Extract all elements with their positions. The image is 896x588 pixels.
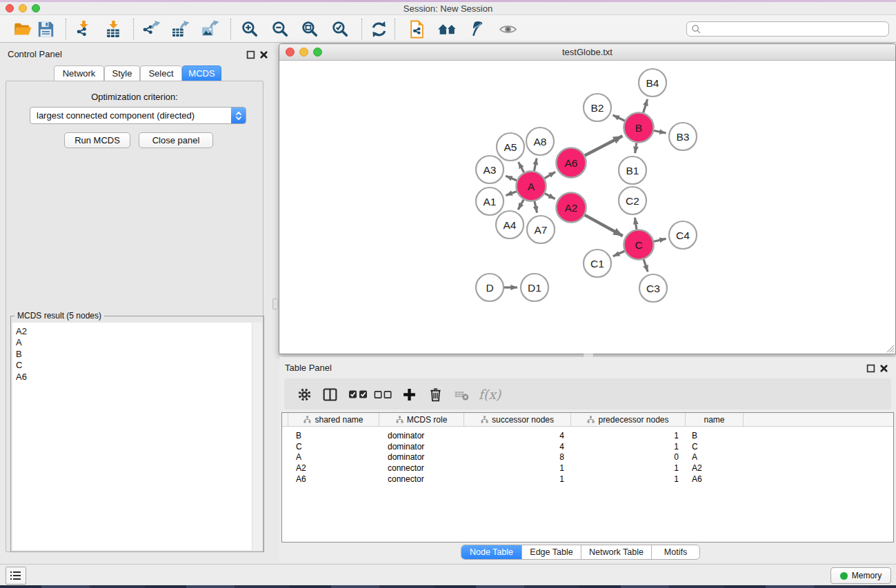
graph-node-B4[interactable]: B4 (639, 69, 666, 97)
tab-edge-table[interactable]: Edge Table (522, 545, 581, 559)
zoom-window-light[interactable] (32, 4, 40, 12)
graph-node-A3[interactable]: A3 (476, 156, 504, 183)
graph-node-A6[interactable]: A6 (557, 148, 586, 178)
column-header-successor-nodes[interactable]: successor nodes (464, 413, 571, 426)
graph-node-C2[interactable]: C2 (619, 187, 646, 214)
graph-node-C3[interactable]: C3 (639, 274, 667, 302)
tab-node-table[interactable]: Node Table (461, 545, 522, 559)
graph-node-D1[interactable]: D1 (521, 274, 548, 301)
edge-A-A1[interactable] (506, 192, 516, 196)
edge-C-C2[interactable] (635, 218, 636, 230)
float-panel-icon[interactable] (246, 50, 255, 59)
export-table-button[interactable] (168, 18, 192, 40)
edge-C-C1[interactable] (613, 251, 625, 256)
graph-node-A1[interactable]: A1 (476, 187, 504, 215)
column-header-predecessor-nodes[interactable]: predecessor nodes (571, 413, 686, 426)
graph-node-B3[interactable]: B3 (669, 123, 697, 150)
graph-node-A2[interactable]: A2 (557, 193, 586, 223)
minimize-window-light[interactable] (299, 48, 308, 57)
edge-B-B2[interactable] (613, 115, 625, 121)
graph-node-C1[interactable]: C1 (584, 250, 611, 277)
scrollbar-track[interactable] (252, 323, 262, 550)
table-row[interactable]: Cdominator41C (282, 441, 893, 452)
cybrowser-home-button[interactable] (435, 18, 459, 40)
new-network-from-selection-button[interactable] (405, 18, 430, 40)
unselect-all-button[interactable] (372, 383, 395, 405)
edge-A-A7[interactable] (535, 201, 537, 213)
tab-select[interactable]: Select (140, 65, 182, 81)
import-table-button[interactable] (101, 18, 126, 40)
tab-network-table[interactable]: Network Table (581, 545, 652, 559)
graph-node-B2[interactable]: B2 (584, 94, 611, 121)
graph-node-C4[interactable]: C4 (669, 221, 697, 249)
run-mcds-button[interactable]: Run MCDS (64, 132, 130, 148)
graph-node-A8[interactable]: A8 (526, 128, 554, 155)
window-resize-grip[interactable] (885, 343, 895, 353)
tab-network[interactable]: Network (54, 65, 104, 81)
float-panel-icon[interactable] (866, 363, 875, 372)
search-input[interactable] (704, 24, 888, 34)
graph-node-D[interactable]: D (476, 274, 504, 301)
edge-A-A8[interactable] (534, 159, 537, 171)
show-hide-button[interactable] (495, 18, 520, 40)
graph-node-C[interactable]: C (624, 230, 654, 260)
graph-node-A4[interactable]: A4 (496, 211, 524, 239)
edge-C-C4[interactable] (654, 239, 666, 241)
close-window-light[interactable] (286, 48, 295, 57)
optimization-dropdown[interactable]: largest connected component (directed) (30, 107, 246, 124)
zoom-window-light[interactable] (313, 48, 322, 57)
open-file-button[interactable] (10, 18, 34, 40)
edge-A6-B[interactable] (585, 136, 623, 155)
table-settings-button[interactable] (293, 383, 315, 405)
show-columns-button[interactable] (319, 383, 341, 405)
delete-column-button[interactable] (424, 383, 446, 405)
zoom-selected-button[interactable] (328, 18, 352, 40)
function-builder-button[interactable]: f(x) (476, 383, 504, 405)
delete-table-button[interactable] (450, 383, 472, 405)
graph-node-B[interactable]: B (624, 113, 654, 143)
tab-mcds[interactable]: MCDS (182, 65, 221, 81)
close-panel-button[interactable]: Close panel (139, 132, 213, 148)
table-row[interactable]: A6connector11A6 (282, 474, 893, 485)
graph-node-B1[interactable]: B1 (619, 156, 646, 184)
close-panel-icon[interactable] (879, 363, 888, 372)
zoom-in-button[interactable] (237, 18, 262, 40)
zoom-fit-button[interactable] (297, 18, 322, 40)
table-row[interactable]: Adominator80A (282, 452, 893, 463)
edge-B-B1[interactable] (635, 143, 637, 153)
edge-A-A5[interactable] (519, 162, 524, 172)
export-network-button[interactable] (139, 18, 163, 40)
column-header-name[interactable]: name (686, 413, 744, 426)
edge-A-A3[interactable] (506, 176, 517, 180)
table-row[interactable]: Bdominator41B (282, 430, 893, 441)
close-panel-icon[interactable] (259, 50, 268, 59)
save-session-button[interactable] (33, 18, 58, 40)
select-all-button[interactable] (346, 383, 371, 405)
add-column-button[interactable] (398, 383, 420, 405)
edge-C-C3[interactable] (644, 259, 648, 272)
edge-A-A6[interactable] (544, 172, 555, 178)
graph-node-A7[interactable]: A7 (527, 216, 555, 243)
edge-B-B4[interactable] (644, 99, 648, 113)
graph-node-A[interactable]: A (517, 172, 546, 201)
minimize-window-light[interactable] (19, 4, 27, 12)
memory-button[interactable]: Memory (830, 567, 891, 584)
panel-divider-grip[interactable] (272, 298, 278, 310)
table-row[interactable]: A2connector11A2 (282, 463, 893, 474)
close-window-light[interactable] (6, 4, 14, 12)
wand-button[interactable] (464, 18, 489, 40)
edge-B-B3[interactable] (654, 130, 666, 133)
column-header-MCDS-role[interactable]: MCDS role (379, 413, 464, 426)
column-header-shared-name[interactable]: shared name (288, 413, 379, 426)
edge-A2-C[interactable] (585, 215, 623, 236)
tab-style[interactable]: Style (104, 65, 140, 81)
import-network-button[interactable] (71, 18, 96, 40)
zoom-out-button[interactable] (268, 18, 292, 40)
graph-node-A5[interactable]: A5 (497, 133, 524, 161)
tab-motifs[interactable]: Motifs (652, 545, 699, 559)
refresh-button[interactable] (366, 18, 391, 40)
network-canvas[interactable]: AA1A2A3A4A5A6A7A8BB1B2B3B4CC1C2C3C4DD1 (279, 61, 895, 354)
task-history-button[interactable] (6, 567, 26, 585)
edge-A-A4[interactable] (518, 200, 524, 210)
search-field[interactable] (686, 21, 889, 37)
